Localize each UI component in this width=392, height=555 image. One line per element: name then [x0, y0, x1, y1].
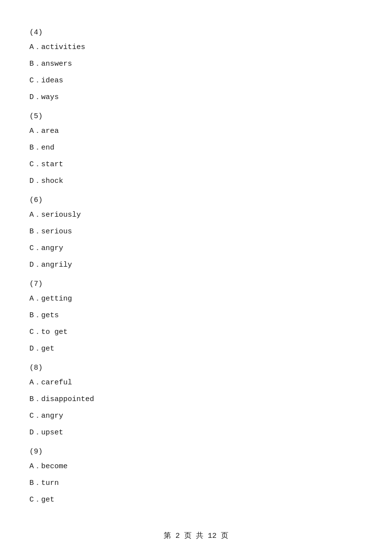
question-4-option-1: B．answers [29, 58, 363, 70]
question-8-option-0: A．careful [29, 377, 363, 389]
question-8-option-3: D．upset [29, 427, 363, 439]
page-content: (4)A．activitiesB．answersC．ideasD．ways(5)… [0, 0, 392, 540]
question-6-option-2: C．angry [29, 243, 363, 254]
question-5-option-1: B．end [29, 142, 363, 154]
question-8-option-2: C．angry [29, 410, 363, 422]
question-7-option-1: B．gets [29, 310, 363, 322]
question-5-option-3: D．shock [29, 176, 363, 187]
question-4-option-0: A．activities [29, 42, 363, 53]
question-6-option-3: D．angrily [29, 259, 363, 271]
question-number-5: (5) [29, 112, 363, 121]
page-footer: 第 2 页 共 12 页 [0, 531, 392, 540]
question-number-8: (8) [29, 364, 363, 372]
question-4-option-3: D．ways [29, 92, 363, 103]
question-7-option-3: D．get [29, 343, 363, 355]
question-5-option-0: A．area [29, 126, 363, 137]
question-7-option-2: C．to get [29, 327, 363, 338]
footer-text: 第 2 页 共 12 页 [164, 532, 228, 540]
question-4-option-2: C．ideas [29, 75, 363, 87]
question-6-option-1: B．serious [29, 226, 363, 238]
question-9-option-0: A．become [29, 461, 363, 473]
question-number-7: (7) [29, 280, 363, 288]
question-number-4: (4) [29, 28, 363, 37]
question-7-option-0: A．getting [29, 293, 363, 305]
question-9-option-2: C．get [29, 494, 363, 506]
question-number-9: (9) [29, 448, 363, 456]
question-number-6: (6) [29, 196, 363, 204]
question-8-option-1: B．disappointed [29, 394, 363, 405]
question-6-option-0: A．seriously [29, 209, 363, 221]
question-9-option-1: B．turn [29, 478, 363, 489]
question-5-option-2: C．start [29, 159, 363, 171]
